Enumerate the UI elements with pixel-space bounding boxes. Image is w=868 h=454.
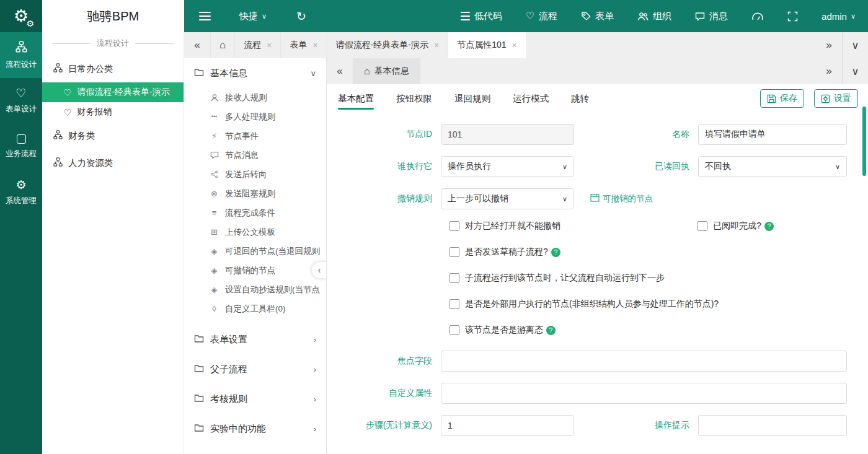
fullscreen-icon[interactable] <box>787 11 798 22</box>
nav-org-item[interactable]: 组织 <box>637 11 671 22</box>
inner-collapse-button[interactable]: « <box>327 58 353 84</box>
blocked-icon: ⊗ <box>209 190 219 198</box>
quick-menu-label: 快捷 <box>239 11 258 22</box>
executor-select[interactable]: 操作员执行 ∨ <box>441 156 574 177</box>
tree-item-send-block-rules[interactable]: ⊗ 发送阻塞规则 <box>184 184 326 203</box>
tree-item-node-events[interactable]: ⚡ 节点事件 <box>184 126 326 146</box>
panel-collapse-handle[interactable]: ‹ <box>312 262 327 278</box>
rail-item-business-process[interactable]: 业务流程 <box>0 124 42 170</box>
checkbox-free-state-node[interactable] <box>450 325 459 335</box>
link-label: 可撤销的节点 <box>603 193 653 204</box>
tree-item-returnable-nodes[interactable]: ◈ 可退回的节点(当退回规则 <box>184 242 326 261</box>
section-experimental[interactable]: 实验中的功能 › <box>184 414 326 443</box>
category-item-finance[interactable]: 财务类 <box>42 122 184 149</box>
help-icon[interactable]: ? <box>764 222 774 231</box>
inner-tabbar-right-controls: » ∨ <box>816 58 868 84</box>
section-label: 实验中的功能 <box>210 423 266 435</box>
custom-attr-input[interactable] <box>441 383 847 404</box>
tree-item-flow-finish-condition[interactable]: ≡ 流程完成条件 <box>184 203 326 222</box>
nav-form-item[interactable]: 表单 <box>581 11 614 22</box>
process-item-leave-demo[interactable]: ♡ 请假流程-经典表单-演示 <box>42 82 184 102</box>
checkbox-send-draft-subflow[interactable] <box>450 247 459 257</box>
tab-jump[interactable]: 跳转 <box>571 84 589 113</box>
workspace: 基本信息 ∨ 接收人规则 ••• 多人处理规则 ⚡ 节点事件 节点 <box>184 58 868 454</box>
rail-item-form-design[interactable]: ♡ 表单设计 <box>0 78 42 124</box>
topbar-main: 快捷 ∨ ↻ 低代码 ♡ 流程 表单 <box>184 0 868 32</box>
square-icon <box>17 134 26 144</box>
close-icon[interactable]: × <box>434 40 439 50</box>
settings-button[interactable]: 设置 <box>814 89 858 108</box>
tree-item-label: 流程完成条件 <box>225 207 275 219</box>
focus-field-input[interactable] <box>441 351 847 372</box>
close-icon[interactable]: × <box>312 40 317 50</box>
app-logo[interactable]: ⚙ ⚙ <box>0 0 42 32</box>
checkbox-label: 该节点是否是游离态 <box>465 325 543 336</box>
undo-rule-select[interactable]: 上一步可以撤销 ∨ <box>441 188 574 209</box>
tree-item-upload-doc-template[interactable]: ⊞ 上传公文模板 <box>184 222 326 242</box>
inner-tabbar: « ⌂ 基本信息 » ∨ <box>327 58 868 84</box>
tab-run-mode[interactable]: 运行模式 <box>513 84 549 113</box>
checkbox-read-is-done[interactable] <box>698 221 707 231</box>
dashboard-icon[interactable] <box>751 11 764 21</box>
tab-node-props[interactable]: 节点属性101 × <box>448 32 526 58</box>
rail-label: 系统管理 <box>6 196 37 206</box>
step-input[interactable] <box>441 415 574 436</box>
checkbox-external-user-node[interactable] <box>450 299 459 309</box>
menu-toggle-icon[interactable] <box>199 12 211 20</box>
inner-menu-button[interactable]: ∨ <box>842 58 868 84</box>
checkbox-row: 是否是外部用户执行的节点(非组织结构人员参与处理工作的节点)? <box>450 299 868 310</box>
category-item-daily-office[interactable]: 日常办公类 <box>42 55 184 82</box>
tabs-menu-button[interactable]: ∨ <box>842 32 868 58</box>
section-form-settings[interactable]: 表单设置 › <box>184 325 326 354</box>
user-menu[interactable]: admin ∨ <box>822 11 856 22</box>
tree-item-send-redirect[interactable]: 发送后转向 <box>184 165 326 184</box>
rail-item-system-admin[interactable]: ⚙ 系统管理 <box>0 170 42 216</box>
home-tab[interactable]: ⌂ <box>210 32 235 58</box>
nav-process-item[interactable]: ♡ 流程 <box>526 11 557 22</box>
tab-process[interactable]: 流程 × <box>235 32 281 58</box>
tree-item-receiver-rules[interactable]: 接收人规则 <box>184 88 326 107</box>
scrollbar-thumb[interactable] <box>862 107 866 176</box>
close-icon[interactable]: × <box>512 40 517 50</box>
category-item-hr[interactable]: 人力资源类 <box>42 149 184 177</box>
tree-item-multi-handler-rules[interactable]: ••• 多人处理规则 <box>184 107 326 126</box>
tab-return-rules[interactable]: 退回规则 <box>454 84 490 113</box>
tree-item-undoable-nodes[interactable]: ◈ 可撤销的节点 <box>184 261 326 280</box>
undoable-nodes-link[interactable]: 可撤销的节点 <box>590 193 653 204</box>
tree-item-node-messages[interactable]: 节点消息 <box>184 146 326 165</box>
tree-item-auto-cc-rules[interactable]: ◈ 设置自动抄送规则(当节点 <box>184 280 326 299</box>
expand-tabs-button[interactable]: » <box>816 32 842 58</box>
refresh-icon[interactable]: ↻ <box>296 11 306 22</box>
close-icon[interactable]: × <box>267 40 272 50</box>
window-icon <box>590 194 600 204</box>
tab-button-permissions[interactable]: 按钮权限 <box>396 84 432 113</box>
tree-item-label: 自定义工具栏(0) <box>225 303 286 315</box>
badge-icon <box>581 11 591 21</box>
collapse-tabs-button[interactable]: « <box>184 32 210 58</box>
tab-leave-demo[interactable]: 请假流程-经典表单-演示 × <box>327 32 449 58</box>
save-button[interactable]: 保存 <box>760 89 804 108</box>
nav-message-item[interactable]: 消息 <box>695 11 728 22</box>
process-item-expense[interactable]: ♡ 财务报销 <box>42 102 184 122</box>
receipt-select[interactable]: 不回执 ∨ <box>698 156 847 177</box>
checkbox-no-undo-after-open[interactable] <box>450 221 459 231</box>
help-icon[interactable]: ? <box>546 326 556 335</box>
tab-form[interactable]: 表单 × <box>281 32 327 58</box>
inner-expand-button[interactable]: » <box>816 58 842 84</box>
tree-item-custom-toolbar[interactable]: ◊ 自定义工具栏(0) <box>184 299 326 318</box>
rail-item-process-design[interactable]: 流程设计 <box>0 32 42 78</box>
section-assessment-rules[interactable]: 考核规则 › <box>184 384 326 414</box>
help-icon[interactable]: ? <box>551 248 560 257</box>
hint-input[interactable] <box>698 415 847 436</box>
list-icon: ≡ <box>209 209 219 217</box>
checkbox-parent-flow-auto-advance[interactable] <box>450 273 459 283</box>
quick-menu[interactable]: 快捷 ∨ <box>239 11 267 22</box>
section-parent-child-flow[interactable]: 父子流程 › <box>184 354 326 384</box>
inner-tab-basic-info[interactable]: ⌂ 基本信息 <box>353 58 420 84</box>
app-title: 驰骋BPM <box>42 0 184 32</box>
section-basic-info[interactable]: 基本信息 ∨ <box>184 58 326 88</box>
config-actions: 保存 设置 <box>760 89 858 108</box>
nav-lowcode-item[interactable]: 低代码 <box>461 11 502 22</box>
name-field[interactable] <box>698 124 847 145</box>
tab-basic-config[interactable]: 基本配置 <box>338 84 374 113</box>
